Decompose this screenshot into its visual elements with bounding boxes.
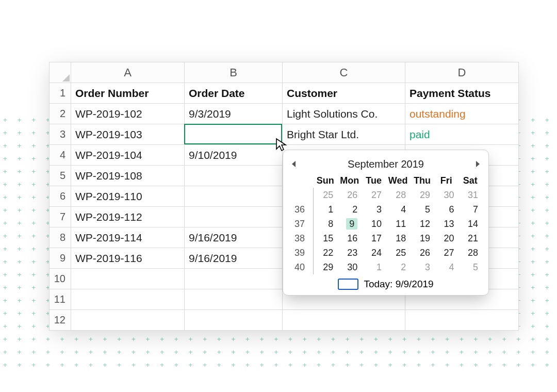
calendar-day[interactable]: 14 [458, 217, 482, 231]
cell-B1[interactable]: Order Date [185, 83, 283, 104]
cell-B3[interactable] [185, 124, 283, 145]
calendar-day[interactable]: 1 [362, 260, 386, 274]
calendar-day[interactable]: 8 [313, 217, 337, 231]
calendar-day[interactable]: 23 [337, 246, 362, 260]
row-header-2[interactable]: 2 [50, 104, 71, 124]
cell-A12[interactable] [71, 310, 185, 331]
cell-A8[interactable]: WP-2019-114 [71, 227, 185, 248]
cell-C3[interactable]: Bright Star Ltd. [283, 124, 405, 145]
calendar-day[interactable]: 11 [386, 217, 410, 231]
week-number-39: 39 [289, 246, 313, 260]
column-header-D[interactable]: D [405, 62, 519, 83]
calendar-day[interactable]: 24 [362, 246, 386, 260]
row-header-10[interactable]: 10 [50, 269, 71, 289]
calendar-day[interactable]: 25 [313, 188, 337, 202]
calendar-day[interactable]: 6 [434, 202, 458, 217]
row-header-4[interactable]: 4 [50, 145, 71, 166]
cell-C1[interactable]: Customer [283, 83, 405, 104]
column-header-B[interactable]: B [185, 62, 283, 83]
calendar-day[interactable]: 13 [434, 217, 458, 231]
calendar-day[interactable]: 12 [410, 217, 434, 231]
calendar-day[interactable]: 3 [410, 260, 434, 274]
calendar-day[interactable]: 19 [410, 231, 434, 246]
row-header-1[interactable]: 1 [50, 83, 71, 104]
calendar-day[interactable]: 3 [362, 202, 386, 217]
weekday-header-tue: Tue [362, 174, 386, 188]
cell-C12[interactable] [283, 310, 405, 331]
next-month-button[interactable] [473, 159, 482, 169]
cell-B4[interactable]: 9/10/2019 [185, 145, 283, 166]
cell-B8[interactable]: 9/16/2019 [185, 227, 283, 248]
calendar-day[interactable]: 2 [386, 260, 410, 274]
today-button[interactable]: Today: 9/9/2019 [364, 279, 433, 290]
calendar-day[interactable]: 10 [362, 217, 386, 231]
calendar-day[interactable]: 16 [337, 231, 362, 246]
cell-B7[interactable] [185, 207, 283, 227]
row-header-11[interactable]: 11 [50, 289, 71, 310]
calendar-day[interactable]: 7 [458, 202, 482, 217]
row-header-8[interactable]: 8 [50, 227, 71, 248]
cell-B10[interactable] [185, 269, 283, 289]
cell-A4[interactable]: WP-2019-104 [71, 145, 185, 166]
row-header-7[interactable]: 7 [50, 207, 71, 227]
cell-D2[interactable]: outstanding [405, 104, 519, 124]
calendar-day[interactable]: 4 [386, 202, 410, 217]
row-header-3[interactable]: 3 [50, 124, 71, 145]
cell-C2[interactable]: Light Solutions Co. [283, 104, 405, 124]
cell-B2[interactable]: 9/3/2019 [185, 104, 283, 124]
cell-B9[interactable]: 9/16/2019 [185, 248, 283, 269]
calendar-day[interactable]: 21 [458, 231, 482, 246]
week-number-37: 37 [289, 217, 313, 231]
calendar-day[interactable]: 18 [386, 231, 410, 246]
calendar-day[interactable]: 28 [386, 188, 410, 202]
cell-A7[interactable]: WP-2019-112 [71, 207, 185, 227]
column-header-A[interactable]: A [71, 62, 185, 83]
weekday-header-sat: Sat [458, 174, 482, 188]
calendar-day[interactable]: 15 [313, 231, 337, 246]
calendar-day[interactable]: 28 [458, 246, 482, 260]
column-header-C[interactable]: C [283, 62, 405, 83]
week-number-38: 38 [289, 231, 313, 246]
cell-A1[interactable]: Order Number [71, 83, 185, 104]
calendar-day[interactable]: 30 [434, 188, 458, 202]
cell-D1[interactable]: Payment Status [405, 83, 519, 104]
cell-B12[interactable] [185, 310, 283, 331]
row-header-9[interactable]: 9 [50, 248, 71, 269]
calendar-day[interactable]: 26 [337, 188, 362, 202]
calendar-day[interactable]: 30 [337, 260, 362, 274]
cell-D3[interactable]: paid [405, 124, 519, 145]
calendar-day[interactable]: 22 [313, 246, 337, 260]
cell-B11[interactable] [185, 289, 283, 310]
cell-A10[interactable] [71, 269, 185, 289]
calendar-day[interactable]: 31 [458, 188, 482, 202]
row-header-5[interactable]: 5 [50, 166, 71, 186]
calendar-day[interactable]: 17 [362, 231, 386, 246]
calendar-day[interactable]: 9 [337, 217, 362, 231]
calendar-day[interactable]: 26 [410, 246, 434, 260]
prev-month-button[interactable] [289, 159, 299, 169]
calendar-day[interactable]: 20 [434, 231, 458, 246]
weekday-header-thu: Thu [410, 174, 434, 188]
select-all-corner[interactable] [50, 62, 71, 83]
calendar-day[interactable]: 2 [337, 202, 362, 217]
cell-A5[interactable]: WP-2019-108 [71, 166, 185, 186]
calendar-day[interactable]: 5 [410, 202, 434, 217]
calendar-day[interactable]: 25 [386, 246, 410, 260]
cell-A2[interactable]: WP-2019-102 [71, 104, 185, 124]
cell-A11[interactable] [71, 289, 185, 310]
calendar-day[interactable]: 27 [434, 246, 458, 260]
calendar-day[interactable]: 1 [313, 202, 337, 217]
cell-B5[interactable] [185, 166, 283, 186]
cell-A3[interactable]: WP-2019-103 [71, 124, 185, 145]
cell-A9[interactable]: WP-2019-116 [71, 248, 185, 269]
cell-A6[interactable]: WP-2019-110 [71, 186, 185, 207]
row-header-6[interactable]: 6 [50, 186, 71, 207]
calendar-day[interactable]: 29 [313, 260, 337, 274]
calendar-day[interactable]: 27 [362, 188, 386, 202]
cell-D12[interactable] [405, 310, 519, 331]
calendar-day[interactable]: 29 [410, 188, 434, 202]
calendar-day[interactable]: 5 [458, 260, 482, 274]
calendar-day[interactable]: 4 [434, 260, 458, 274]
row-header-12[interactable]: 12 [50, 310, 71, 331]
cell-B6[interactable] [185, 186, 283, 207]
